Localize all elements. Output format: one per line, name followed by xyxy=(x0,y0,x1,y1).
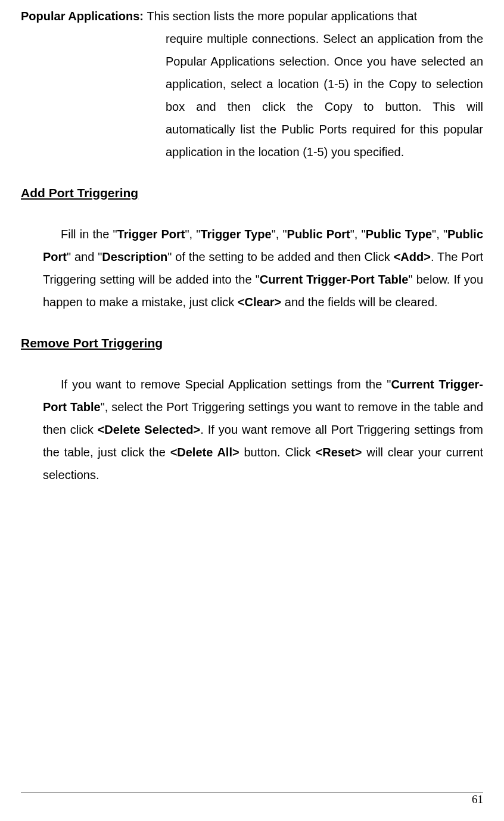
add-port-heading: Add Port Triggering xyxy=(21,181,483,205)
trigger-type-field: Trigger Type xyxy=(200,228,271,241)
reset-button-ref: <Reset> xyxy=(316,446,362,459)
delete-selected-button-ref: <Delete Selected> xyxy=(98,423,201,436)
popular-apps-label: Popular Applications: xyxy=(21,10,147,23)
text: ", " xyxy=(350,228,366,241)
text: " and " xyxy=(67,250,102,263)
add-button-ref: <Add> xyxy=(394,250,431,263)
add-port-paragraph: Fill in the "Trigger Port", "Trigger Typ… xyxy=(21,223,483,313)
page-number: 61 xyxy=(472,789,483,810)
text: ", " xyxy=(185,228,201,241)
public-port-field: Public Port xyxy=(287,228,350,241)
text: Fill in the " xyxy=(61,228,117,241)
trigger-port-field: Trigger Port xyxy=(117,228,185,241)
clear-button-ref: <Clear> xyxy=(238,296,281,309)
popular-apps-first-text: This section lists the more popular appl… xyxy=(147,10,418,23)
popular-apps-rest: require multiple connections. Select an … xyxy=(21,27,483,163)
public-type-field: Public Type xyxy=(366,228,432,241)
text: ", " xyxy=(272,228,287,241)
popular-applications-section: Popular Applications: This section lists… xyxy=(21,5,483,163)
remove-port-paragraph: If you want to remove Special Applicatio… xyxy=(21,373,483,486)
text: " of the setting to be added and then Cl… xyxy=(167,250,393,263)
footer-divider xyxy=(21,792,483,792)
current-table-ref: Current Trigger-Port Table xyxy=(260,273,409,286)
text: If you want to remove Special Applicatio… xyxy=(61,378,391,391)
text: and the fields will be cleared. xyxy=(281,296,437,309)
text: ", " xyxy=(432,228,447,241)
remove-port-heading: Remove Port Triggering xyxy=(21,331,483,355)
text: button. Click xyxy=(239,446,316,459)
delete-all-button-ref: <Delete All> xyxy=(170,446,239,459)
popular-apps-first-line: Popular Applications: This section lists… xyxy=(21,5,483,27)
description-field: Description xyxy=(102,250,167,263)
document-body: Popular Applications: This section lists… xyxy=(21,0,483,486)
